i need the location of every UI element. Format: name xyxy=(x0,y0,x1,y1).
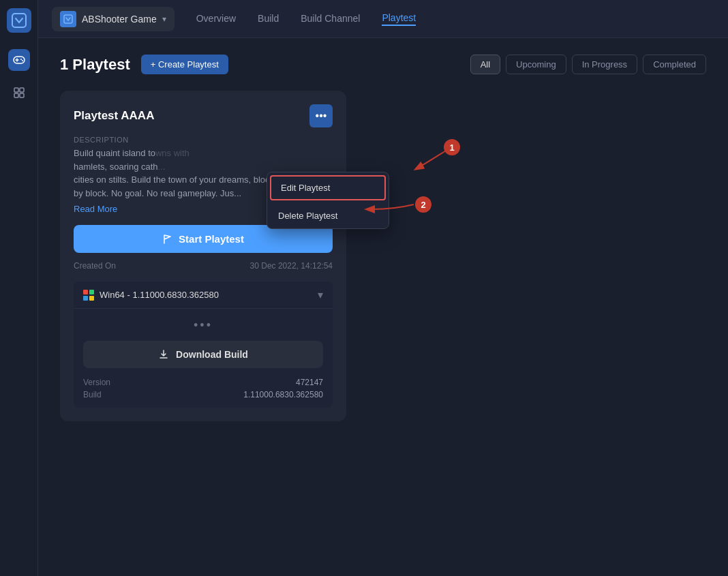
win-sq-blue xyxy=(83,296,88,301)
start-playtest-button[interactable]: Start Playtest xyxy=(74,225,333,253)
sidebar xyxy=(0,0,38,576)
created-on-label: Created On xyxy=(74,261,116,271)
create-playtest-button[interactable]: + Create Playtest xyxy=(141,55,228,74)
sidebar-icon-controller[interactable] xyxy=(8,49,30,71)
card-header: Playtest AAAA ••• xyxy=(74,104,333,127)
build-panel-body: ••• Download Build Version 472147 Build xyxy=(74,309,333,408)
download-icon xyxy=(158,349,169,360)
expand-chevron-icon: ▾ xyxy=(318,288,323,301)
svg-point-4 xyxy=(20,59,22,60)
platform-text: Win64 - 1.11000.6830.362580 xyxy=(100,290,219,300)
build-platform-label: Win64 - 1.11000.6830.362580 xyxy=(83,290,219,301)
build-panel-header[interactable]: Win64 - 1.11000.6830.362580 ▾ xyxy=(74,282,333,309)
page-title: 1 Playtest xyxy=(60,56,130,74)
filter-upcoming-button[interactable]: Upcoming xyxy=(506,55,566,74)
annotation-1: 1 xyxy=(444,139,460,155)
dropdown-menu: Edit Playtest Delete Playtest xyxy=(267,172,389,229)
win-sq-red xyxy=(83,290,88,294)
svg-rect-6 xyxy=(14,88,18,92)
svg-rect-0 xyxy=(12,14,26,27)
main-area: ABShooter Game ▾ Overview Build Build Ch… xyxy=(38,0,728,576)
download-btn-label: Download Build xyxy=(176,349,248,360)
svg-rect-9 xyxy=(20,93,24,97)
nav-overview[interactable]: Overview xyxy=(196,13,236,25)
created-on-value: 30 Dec 2022, 14:12:54 xyxy=(250,261,333,271)
chevron-down-icon: ▾ xyxy=(162,14,166,24)
three-dots-icon: ••• xyxy=(316,110,327,122)
app-logo[interactable] xyxy=(7,8,31,33)
version-label: Version xyxy=(83,378,110,387)
version-value: 472147 xyxy=(296,378,323,387)
build-dots-icon[interactable]: ••• xyxy=(83,316,323,341)
svg-rect-8 xyxy=(14,93,18,97)
delete-playtest-item[interactable]: Delete Playtest xyxy=(267,203,389,228)
win-sq-green xyxy=(89,290,94,294)
playtest-card: Playtest AAAA ••• Description Build quai… xyxy=(60,91,346,421)
windows-icon xyxy=(83,290,94,301)
content-area: 1 Playtest + Create Playtest All Upcomin… xyxy=(38,38,728,576)
start-btn-label: Start Playtest xyxy=(179,233,244,245)
page-header: 1 Playtest + Create Playtest All Upcomin… xyxy=(60,55,706,74)
project-icon xyxy=(60,11,76,27)
annotation-2: 2 xyxy=(415,196,431,213)
version-row: Version 472147 xyxy=(83,376,323,389)
filter-all-button[interactable]: All xyxy=(470,55,500,74)
filter-buttons: All Upcoming In Progress Completed xyxy=(470,55,706,74)
build-value: 1.11000.6830.362580 xyxy=(243,390,323,399)
topnav: ABShooter Game ▾ Overview Build Build Ch… xyxy=(38,0,728,38)
svg-rect-7 xyxy=(20,88,24,92)
edit-playtest-item[interactable]: Edit Playtest xyxy=(270,175,386,200)
build-label: Build xyxy=(83,390,102,399)
project-selector[interactable]: ABShooter Game ▾ xyxy=(52,7,175,31)
nav-build-channel[interactable]: Build Channel xyxy=(301,13,360,25)
build-panel: Win64 - 1.11000.6830.362580 ▾ ••• Downlo… xyxy=(74,282,333,408)
filter-completed-button[interactable]: Completed xyxy=(643,55,706,74)
filter-inprogress-button[interactable]: In Progress xyxy=(572,55,637,74)
svg-rect-10 xyxy=(64,15,72,23)
build-row: Build 1.11000.6830.362580 xyxy=(83,389,323,401)
download-build-button[interactable]: Download Build xyxy=(83,341,323,368)
svg-point-5 xyxy=(22,60,23,61)
page-title-area: 1 Playtest + Create Playtest xyxy=(60,55,228,74)
project-name: ABShooter Game xyxy=(82,14,157,25)
win-sq-yellow xyxy=(89,296,94,301)
nav-links: Overview Build Build Channel Playtest xyxy=(196,12,416,26)
nav-playtest[interactable]: Playtest xyxy=(382,12,416,26)
flag-icon xyxy=(162,234,173,245)
nav-build[interactable]: Build xyxy=(258,13,279,25)
sidebar-icon-layout[interactable] xyxy=(8,82,30,104)
description-label: Description xyxy=(74,136,333,144)
created-on-row: Created On 30 Dec 2022, 14:12:54 xyxy=(74,261,333,271)
card-menu-button[interactable]: ••• xyxy=(309,104,333,127)
read-more-link[interactable]: Read More xyxy=(74,204,117,214)
card-title: Playtest AAAA xyxy=(74,109,154,123)
